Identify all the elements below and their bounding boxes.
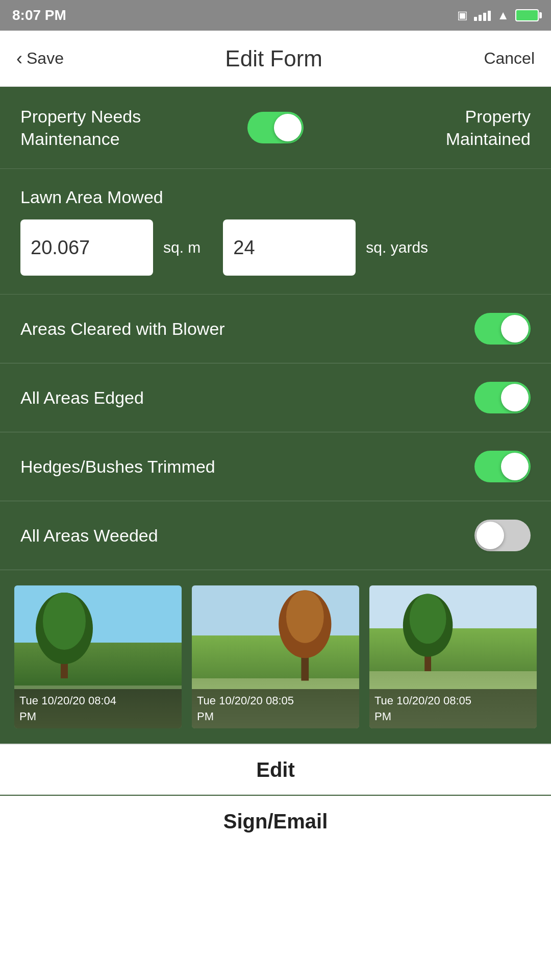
- photo-1-timestamp: Tue 10/20/20 08:04 PM: [14, 689, 182, 729]
- svg-point-8: [410, 594, 446, 644]
- edit-label: Edit: [256, 758, 295, 781]
- all-areas-weeded-toggle[interactable]: [474, 520, 531, 551]
- photo-3[interactable]: Tue 10/20/20 08:05 PM: [369, 585, 537, 728]
- tree-2-icon: [267, 585, 343, 685]
- sign-email-label: Sign/Email: [223, 810, 328, 833]
- hedges-bushes-row: Hedges/Bushes Trimmed: [0, 432, 551, 501]
- edit-button[interactable]: Edit: [0, 744, 551, 795]
- areas-cleared-toggle[interactable]: [474, 313, 531, 345]
- toggle-knob: [501, 453, 529, 480]
- photo-2-timestamp: Tue 10/20/20 08:05 PM: [192, 689, 359, 729]
- all-areas-edged-row: All Areas Edged: [0, 363, 551, 432]
- property-toggle-row: Property Needs Maintenance Property Main…: [20, 105, 531, 150]
- lawn-sqm-input[interactable]: [20, 219, 153, 276]
- lawn-area-section: Lawn Area Mowed sq. m sq. yards: [0, 169, 551, 295]
- nav-bar: ‹ Save Edit Form Cancel: [0, 31, 551, 87]
- photo-1[interactable]: Tue 10/20/20 08:04 PM: [14, 585, 182, 728]
- property-maintained-label: Property Maintained: [316, 105, 531, 150]
- wifi-icon: ▲: [497, 8, 509, 22]
- back-arrow-icon: ‹: [16, 48, 22, 69]
- hedges-bushes-label: Hedges/Bushes Trimmed: [20, 457, 215, 477]
- all-areas-weeded-row: All Areas Weeded: [0, 501, 551, 570]
- toggle-knob: [501, 384, 529, 411]
- svg-point-5: [286, 591, 324, 643]
- property-needs-label: Property Needs Maintenance: [20, 105, 235, 150]
- battery-icon: [515, 9, 539, 21]
- svg-point-2: [43, 593, 86, 650]
- toggle-knob: [274, 114, 302, 141]
- status-icons: ▣ ▲: [457, 8, 539, 22]
- form-container: Property Needs Maintenance Property Main…: [0, 87, 551, 744]
- photo-3-timestamp: Tue 10/20/20 08:05 PM: [369, 689, 537, 729]
- tree-3-icon: [394, 593, 461, 671]
- lawn-area-label: Lawn Area Mowed: [20, 187, 531, 207]
- lawn-sqyards-input[interactable]: [223, 219, 356, 276]
- toggle-knob: [477, 522, 504, 549]
- cancel-button[interactable]: Cancel: [484, 49, 535, 68]
- areas-cleared-row: Areas Cleared with Blower: [0, 295, 551, 363]
- photos-section: Tue 10/20/20 08:04 PM Tue 10/20/20 08:05…: [0, 570, 551, 744]
- save-button[interactable]: ‹ Save: [16, 48, 64, 69]
- all-areas-edged-label: All Areas Edged: [20, 388, 144, 408]
- toggle-knob: [501, 315, 529, 342]
- property-maintenance-section: Property Needs Maintenance Property Main…: [0, 87, 551, 169]
- status-bar: 8:07 PM ▣ ▲: [0, 0, 551, 31]
- all-areas-edged-toggle[interactable]: [474, 382, 531, 413]
- page-title: Edit Form: [225, 46, 322, 71]
- property-toggle[interactable]: [247, 112, 304, 143]
- all-areas-weeded-label: All Areas Weeded: [20, 526, 158, 546]
- areas-cleared-label: Areas Cleared with Blower: [20, 319, 225, 339]
- sqyards-unit: sq. yards: [366, 239, 428, 256]
- status-time: 8:07 PM: [12, 7, 66, 23]
- signal-bars-icon: [474, 10, 491, 21]
- hedges-bushes-toggle[interactable]: [474, 451, 531, 482]
- save-label: Save: [27, 49, 64, 68]
- sign-email-button[interactable]: Sign/Email: [0, 796, 551, 847]
- sqm-unit: sq. m: [163, 239, 201, 256]
- photo-2[interactable]: Tue 10/20/20 08:05 PM: [192, 585, 359, 728]
- lawn-inputs-row: sq. m sq. yards: [20, 219, 531, 276]
- tree-1-icon: [22, 593, 106, 678]
- lte-icon: ▣: [457, 9, 468, 22]
